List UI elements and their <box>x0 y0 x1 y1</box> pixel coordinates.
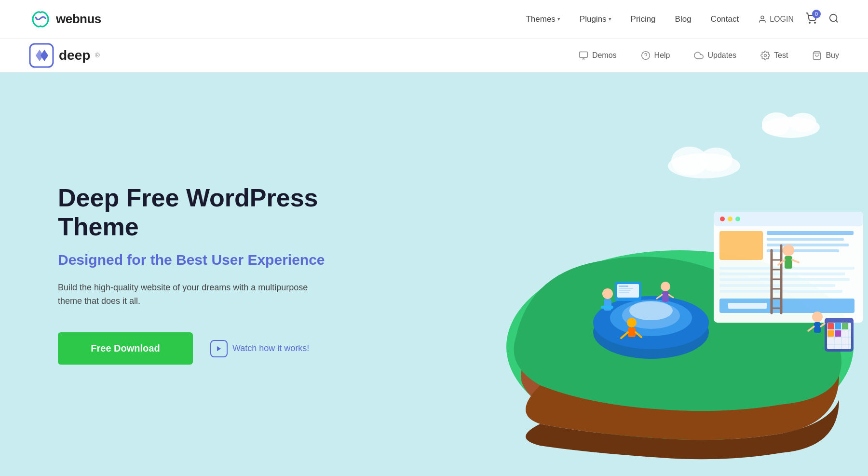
svg-point-83 <box>812 312 823 322</box>
svg-rect-50 <box>767 249 839 252</box>
svg-point-44 <box>728 217 732 221</box>
svg-marker-14 <box>217 346 221 351</box>
svg-point-12 <box>764 54 767 56</box>
nav-item-contact[interactable]: Contact <box>711 14 739 24</box>
sub-nav-updates[interactable]: Updates <box>694 51 736 60</box>
hero-description: Build the high-quality website of your d… <box>58 281 309 309</box>
sub-header: deep ® Demos Help Updates <box>0 39 868 72</box>
svg-rect-39 <box>619 290 631 291</box>
svg-rect-40 <box>619 292 629 293</box>
svg-point-16 <box>762 112 791 136</box>
svg-point-32 <box>602 288 613 299</box>
svg-point-3 <box>814 22 815 23</box>
svg-rect-29 <box>628 327 636 337</box>
monitor-icon <box>579 51 588 60</box>
main-nav-links: Themes ▾ Plugins ▾ Pricing Blog Contact <box>526 14 739 24</box>
nav-link-themes[interactable]: Themes ▾ <box>526 14 560 24</box>
svg-rect-49 <box>767 244 849 246</box>
svg-point-1 <box>761 16 764 19</box>
svg-rect-78 <box>827 323 834 329</box>
hero-content: Deep Free WordPress Theme Designed for t… <box>58 184 357 365</box>
nav-link-pricing[interactable]: Pricing <box>631 14 656 24</box>
cart-badge: 0 <box>812 10 821 18</box>
svg-rect-79 <box>835 323 841 329</box>
sub-nav-buy[interactable]: Buy <box>812 51 839 60</box>
nav-item-themes[interactable]: Themes ▾ <box>526 14 560 24</box>
sub-nav-help[interactable]: Help <box>641 51 670 60</box>
deep-logo-icon <box>29 43 54 68</box>
sub-navigation: Demos Help Updates Test <box>579 51 839 60</box>
bag-icon <box>812 51 822 60</box>
nav-link-blog[interactable]: Blog <box>675 14 692 24</box>
svg-rect-7 <box>580 52 588 57</box>
deep-brand-name: deep <box>59 48 90 63</box>
play-icon <box>210 340 228 357</box>
svg-rect-47 <box>767 231 854 235</box>
svg-rect-48 <box>767 238 844 241</box>
svg-point-43 <box>720 217 725 221</box>
sub-nav-test[interactable]: Test <box>760 51 788 60</box>
nav-item-plugins[interactable]: Plugins ▾ <box>580 14 611 24</box>
svg-rect-38 <box>619 288 633 289</box>
svg-rect-54 <box>719 284 835 287</box>
watch-video-link[interactable]: Watch how it works! <box>210 340 309 357</box>
svg-rect-88 <box>662 291 669 302</box>
svg-rect-34 <box>601 306 613 309</box>
nav-link-plugins[interactable]: Plugins ▾ <box>580 14 611 24</box>
hero-title: Deep Free WordPress Theme <box>58 184 357 242</box>
svg-point-20 <box>700 148 732 172</box>
svg-point-28 <box>627 318 637 327</box>
svg-rect-33 <box>604 299 611 311</box>
svg-point-10 <box>641 51 650 59</box>
free-download-button[interactable]: Free Download <box>58 332 193 365</box>
hero-actions: Free Download Watch how it works! <box>58 332 357 365</box>
svg-point-27 <box>629 301 673 320</box>
hero-illustration <box>444 86 868 462</box>
hero-section: Deep Free WordPress Theme Designed for t… <box>0 72 868 476</box>
webnus-brand-name: webnus <box>56 12 101 27</box>
svg-line-5 <box>836 20 838 22</box>
question-circle-icon <box>641 51 651 60</box>
svg-rect-81 <box>827 330 834 337</box>
user-icon <box>758 15 767 24</box>
hero-subtitle: Designed for the Best User Experience <box>58 250 357 269</box>
svg-point-66 <box>783 245 794 256</box>
play-triangle-icon <box>216 345 222 352</box>
svg-point-17 <box>789 113 816 132</box>
hero-svg-illustration <box>444 86 868 462</box>
svg-point-4 <box>830 14 837 21</box>
logo-area[interactable]: webnus <box>29 8 526 31</box>
search-icon <box>828 13 839 24</box>
svg-point-87 <box>661 282 670 291</box>
search-button[interactable] <box>828 13 839 26</box>
sub-nav-demos[interactable]: Demos <box>579 51 617 60</box>
nav-right-actions: LOGIN 0 <box>758 13 839 26</box>
top-navigation: webnus Themes ▾ Plugins ▾ Pricing Blog <box>0 0 868 39</box>
svg-rect-57 <box>728 303 767 309</box>
nav-item-pricing[interactable]: Pricing <box>631 14 656 24</box>
deep-logo-registered: ® <box>95 52 100 59</box>
deep-logo[interactable]: deep ® <box>29 43 100 68</box>
webnus-logo-icon <box>29 8 52 31</box>
cloud-icon <box>694 51 704 60</box>
chevron-down-icon: ▾ <box>557 16 560 22</box>
svg-point-45 <box>735 217 740 221</box>
svg-rect-84 <box>814 322 821 333</box>
cart-button[interactable]: 0 <box>805 13 817 26</box>
svg-point-2 <box>809 22 810 23</box>
login-button[interactable]: LOGIN <box>758 15 794 24</box>
nav-item-blog[interactable]: Blog <box>675 14 692 24</box>
svg-rect-37 <box>619 286 628 287</box>
svg-rect-46 <box>719 231 763 260</box>
svg-rect-80 <box>842 323 848 329</box>
svg-rect-82 <box>835 330 841 337</box>
svg-rect-53 <box>719 278 850 281</box>
gear-icon <box>760 51 770 60</box>
nav-link-contact[interactable]: Contact <box>711 14 739 24</box>
svg-rect-67 <box>785 256 792 269</box>
chevron-down-icon: ▾ <box>609 16 611 22</box>
